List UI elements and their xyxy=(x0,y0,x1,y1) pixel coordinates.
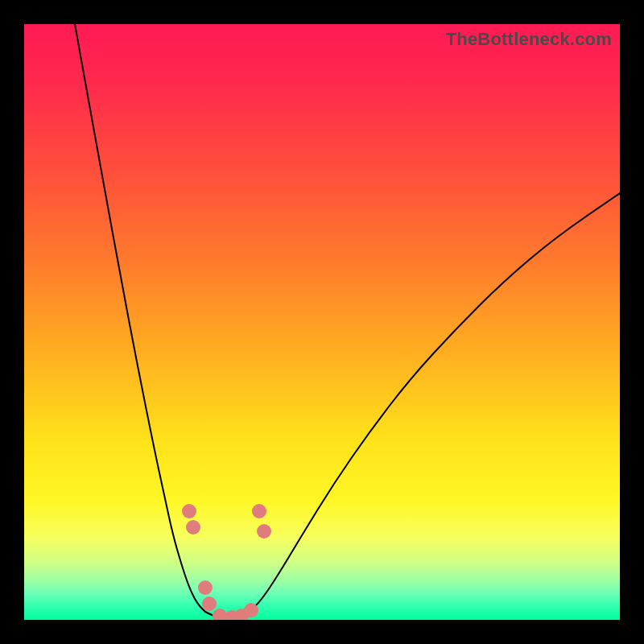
chart-frame: TheBottleneck.com xyxy=(0,0,644,644)
data-dot xyxy=(186,520,200,535)
left-curve xyxy=(75,24,205,612)
data-dot xyxy=(198,580,213,595)
data-dot xyxy=(244,603,258,617)
data-dot xyxy=(182,504,196,518)
plot-area: TheBottleneck.com xyxy=(24,24,620,620)
data-dot xyxy=(252,504,266,518)
right-curve xyxy=(250,193,620,612)
data-dot xyxy=(202,597,217,611)
curves-layer xyxy=(24,24,620,620)
data-dot xyxy=(257,524,271,539)
